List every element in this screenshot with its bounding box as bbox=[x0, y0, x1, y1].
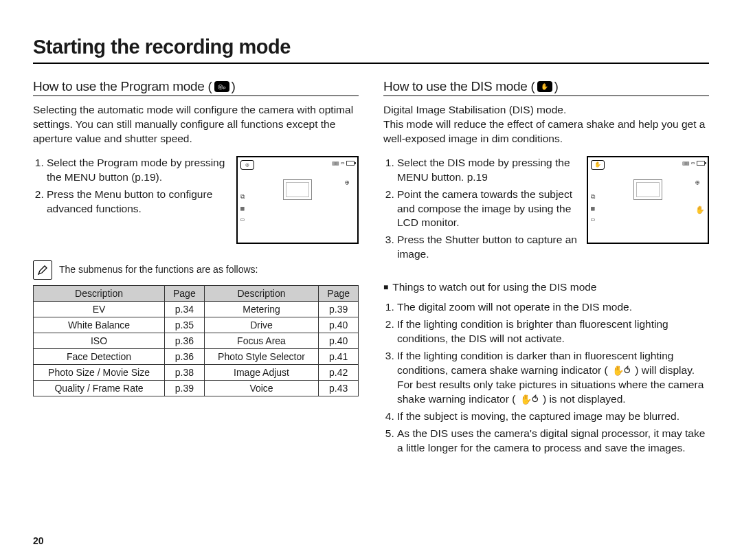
dis-step-3: Press the Shutter button to capture an i… bbox=[397, 233, 580, 262]
th-desc-1: Description bbox=[34, 285, 165, 301]
table-row: ISOp.36 Focus Areap.40 bbox=[34, 333, 359, 348]
dis-lcd-illustration: ✋ ▥▥▭ ⊕ ✋ ⧉ ▦ ▭ bbox=[587, 156, 709, 244]
lcd-right-small-icon: ⊕ bbox=[345, 178, 353, 186]
table-row: EVp.34 Meteringp.39 bbox=[34, 301, 359, 317]
note-icon bbox=[33, 260, 52, 280]
program-lcd-illustration: ◎ ▥▥▭ ⊕ ⧉ ▦ ▭ bbox=[236, 156, 359, 244]
lcd-mode-icon: ◎ bbox=[240, 160, 254, 170]
dis-note-4: If the subject is moving, the captured i… bbox=[397, 410, 709, 424]
dis-step-1: Select the DIS mode by pressing the MENU… bbox=[397, 156, 580, 185]
program-heading-prefix: How to use the Program mode ( bbox=[33, 79, 212, 94]
lcd-status-icons: ▥▥▭ bbox=[683, 160, 705, 166]
program-heading: How to use the Program mode ( ◎ₚ ) bbox=[33, 79, 359, 96]
square-bullet-icon: ■ bbox=[383, 282, 388, 292]
battery-icon bbox=[697, 161, 705, 166]
dis-watch-heading: ■Things to watch out for using the DIS m… bbox=[383, 281, 709, 293]
program-step-2: Press the Menu button to configure advan… bbox=[47, 188, 229, 216]
program-step-1: Select the Program mode by pressing the … bbox=[47, 156, 229, 185]
lcd-focus-frame bbox=[633, 179, 662, 200]
dis-note-3: If the lighting condition is darker than… bbox=[397, 349, 709, 407]
lcd-left-icons: ⧉ ▦ ▭ bbox=[240, 193, 245, 223]
battery-icon bbox=[346, 161, 355, 166]
lcd-left-icons: ⧉ ▦ ▭ bbox=[591, 193, 595, 223]
program-mode-column: How to use the Program mode ( ◎ₚ ) Selec… bbox=[33, 79, 359, 458]
program-steps-text: Select the Program mode by pressing the … bbox=[33, 156, 229, 244]
page-title: Starting the recording mode bbox=[33, 36, 709, 64]
table-header-row: Description Page Description Page bbox=[34, 285, 359, 301]
lcd-right-small-icon: ⊕ bbox=[695, 178, 704, 186]
lcd-status-icons: ▥▥▭ bbox=[333, 160, 355, 166]
functions-table: Description Page Description Page EVp.34… bbox=[33, 285, 359, 396]
dis-steps-wrap: Select the DIS mode by pressing the MENU… bbox=[383, 156, 709, 265]
program-mode-icon: ◎ₚ bbox=[214, 81, 229, 92]
pencil-icon bbox=[37, 265, 48, 276]
dis-note-2: If the lighting condition is brighter th… bbox=[397, 317, 709, 346]
lcd-shake-icon: ✋ bbox=[695, 205, 704, 214]
program-heading-suffix: ) bbox=[232, 79, 236, 94]
dis-note-1: The digital zoom will not operate in the… bbox=[397, 300, 709, 315]
th-page-2: Page bbox=[319, 285, 359, 301]
dis-step-2: Point the camera towards the subject and… bbox=[397, 188, 580, 231]
dis-heading-prefix: How to use the DIS mode ( bbox=[383, 79, 535, 94]
dis-mode-column: How to use the DIS mode ( ✋ ) Digital Im… bbox=[383, 79, 709, 458]
dis-steps-text: Select the DIS mode by pressing the MENU… bbox=[383, 156, 580, 265]
page-number: 20 bbox=[33, 535, 44, 546]
table-row: White Balancep.35 Drivep.40 bbox=[34, 317, 359, 333]
lcd-mode-icon: ✋ bbox=[591, 160, 605, 170]
two-column-layout: How to use the Program mode ( ◎ₚ ) Selec… bbox=[33, 79, 709, 458]
table-row: Photo Size / Movie Sizep.38 Image Adjust… bbox=[34, 364, 359, 380]
table-row: Face Detectionp.36 Photo Style Selectorp… bbox=[34, 348, 359, 364]
dis-steps-list: Select the DIS mode by pressing the MENU… bbox=[383, 156, 580, 262]
th-desc-2: Description bbox=[204, 285, 319, 301]
dis-heading: How to use the DIS mode ( ✋ ) bbox=[383, 79, 709, 96]
dis-intro: Digital Image Stabilisation (DIS) mode. … bbox=[383, 103, 709, 146]
dis-heading-suffix: ) bbox=[554, 79, 559, 94]
program-steps-list: Select the Program mode by pressing the … bbox=[33, 156, 229, 216]
manual-page: Starting the recording mode How to use t… bbox=[0, 0, 742, 560]
th-page-1: Page bbox=[165, 285, 205, 301]
dis-notes-list: The digital zoom will not operate in the… bbox=[383, 300, 709, 455]
shake-warning-icon: ✋⥀ bbox=[611, 364, 632, 377]
table-row: Quality / Frame Ratep.39 Voicep.43 bbox=[34, 380, 359, 396]
submenu-note-text: The submenus for the functions are as fo… bbox=[59, 260, 258, 275]
program-steps-wrap: Select the Program mode by pressing the … bbox=[33, 156, 359, 244]
shake-warning-icon: ✋⥀ bbox=[519, 393, 540, 406]
dis-mode-icon: ✋ bbox=[537, 81, 552, 92]
lcd-focus-frame bbox=[283, 179, 312, 200]
dis-note-5: As the DIS uses the camera's digital sig… bbox=[397, 427, 709, 456]
submenu-note: The submenus for the functions are as fo… bbox=[33, 260, 359, 280]
program-intro: Selecting the automatic mode will config… bbox=[33, 103, 359, 146]
